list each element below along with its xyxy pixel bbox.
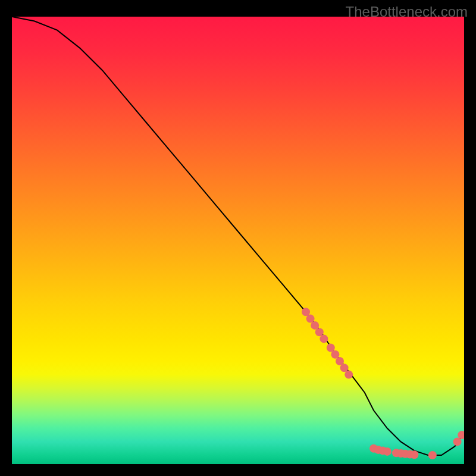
plot-area [12, 17, 464, 464]
data-point [320, 334, 328, 343]
data-point [410, 450, 418, 459]
data-point [383, 447, 392, 456]
chart-svg [12, 17, 464, 464]
watermark-text: TheBottleneck.com [346, 4, 468, 20]
data-point [345, 371, 353, 379]
bottleneck-curve [12, 17, 464, 455]
data-point [428, 451, 437, 459]
data-markers [302, 308, 464, 459]
